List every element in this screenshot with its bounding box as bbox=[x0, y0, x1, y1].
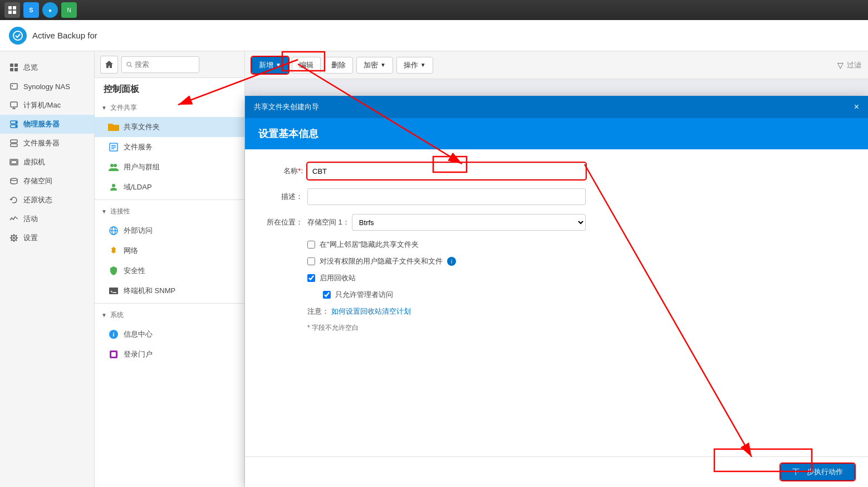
svg-rect-35 bbox=[109, 288, 118, 294]
sidebar-item-activity-label: 活动 bbox=[23, 214, 38, 224]
sidebar-item-activity[interactable]: 活动 bbox=[0, 210, 94, 228]
svg-rect-11 bbox=[11, 102, 17, 107]
storage-icon bbox=[9, 176, 19, 186]
add-button[interactable]: 新增 ▼ bbox=[252, 57, 288, 74]
cp-home-button[interactable] bbox=[100, 56, 118, 74]
nav-item-info-center[interactable]: i 信息中心 bbox=[95, 324, 244, 344]
server-icon bbox=[9, 119, 19, 129]
cp-search-input[interactable] bbox=[135, 60, 194, 69]
notice-prefix: 注意： bbox=[307, 307, 329, 315]
sidebar-item-server-label: 物理服务器 bbox=[23, 119, 60, 129]
filter-icon: ▽ bbox=[837, 61, 844, 70]
cp-search-box[interactable] bbox=[121, 56, 199, 73]
nav-item-security[interactable]: 安全性 bbox=[95, 261, 244, 281]
next-button-label: 下一步执行动作 bbox=[792, 467, 843, 476]
add-button-caret: ▼ bbox=[276, 62, 281, 68]
storage-select[interactable]: Btrfs bbox=[352, 214, 586, 231]
notice-link[interactable]: 如何设置回收站清空计划 bbox=[331, 307, 411, 315]
info-center-icon: i bbox=[108, 329, 119, 340]
section-system-label: 系统 bbox=[110, 310, 124, 320]
nav-item-network-label: 网络 bbox=[124, 246, 138, 256]
info-icon[interactable]: i bbox=[447, 257, 456, 266]
sidebar-item-restore[interactable]: 还原状态 bbox=[0, 191, 94, 210]
content-area: 共享文件夹创建向导 × 设置基本信息 bbox=[245, 79, 868, 487]
encrypt-button-label: 加密 bbox=[364, 60, 378, 70]
encrypt-caret: ▼ bbox=[380, 62, 386, 68]
app-title: Active Backup for bbox=[32, 31, 97, 40]
operations-button[interactable]: 操作 ▼ bbox=[396, 57, 433, 74]
admin-only-checkbox[interactable] bbox=[323, 291, 331, 299]
edit-button[interactable]: 编辑 bbox=[292, 57, 321, 74]
nav-item-file-service[interactable]: 文件服务 bbox=[95, 137, 244, 157]
svg-rect-6 bbox=[14, 64, 18, 67]
section-connectivity[interactable]: ▼ 连接性 bbox=[95, 202, 244, 221]
location-label: 所在位置： bbox=[258, 217, 303, 227]
checkbox-row-hide-neighbor: 在"网上邻居"隐藏此共享文件夹 bbox=[258, 240, 855, 250]
terminal-icon bbox=[108, 285, 119, 296]
section-arrow-down: ▼ bbox=[101, 105, 107, 111]
sidebar-item-settings[interactable]: 设置 bbox=[0, 228, 94, 247]
taskbar-synology-icon[interactable]: S bbox=[23, 2, 39, 18]
hide-neighbor-checkbox[interactable] bbox=[307, 241, 315, 249]
nav-item-terminal-label: 终端机和 SNMP bbox=[124, 286, 175, 296]
dialog-close-button[interactable]: × bbox=[854, 102, 859, 112]
cp-toolbar bbox=[95, 51, 244, 78]
admin-only-label: 只允许管理者访问 bbox=[335, 290, 393, 300]
nav-item-domain[interactable]: 域/LDAP bbox=[95, 177, 244, 197]
delete-button-label: 删除 bbox=[331, 60, 346, 70]
nav-item-shared-folder[interactable]: 共享文件夹 bbox=[95, 117, 244, 137]
desc-input[interactable] bbox=[307, 188, 586, 205]
sidebar-item-vm-label: 虚拟机 bbox=[23, 157, 45, 167]
sidebar-item-synology-nas[interactable]: Synology NAS bbox=[0, 77, 94, 96]
name-input[interactable] bbox=[307, 163, 586, 179]
nav-item-external-access[interactable]: 外部访问 bbox=[95, 221, 244, 241]
sidebar-item-nas-label: Synology NAS bbox=[23, 82, 70, 91]
form-row-location: 所在位置： 存储空间 1： Btrfs bbox=[258, 214, 855, 231]
sidebar-item-file-server[interactable]: 文件服务器 bbox=[0, 134, 94, 153]
section-file-sharing[interactable]: ▼ 文件共享 bbox=[95, 99, 244, 117]
main-toolbar: 新增 ▼ 编辑 删除 加密 ▼ bbox=[245, 51, 868, 79]
svg-rect-7 bbox=[10, 68, 13, 71]
sidebar-item-computer[interactable]: 计算机/Mac bbox=[0, 96, 94, 115]
svg-rect-8 bbox=[14, 68, 18, 71]
svg-rect-0 bbox=[8, 6, 12, 9]
svg-point-31 bbox=[112, 184, 115, 187]
next-button[interactable]: 下一步执行动作 bbox=[781, 464, 855, 480]
create-folder-dialog: 共享文件夹创建向导 × 设置基本信息 bbox=[245, 96, 868, 487]
recycle-checkbox[interactable] bbox=[307, 274, 315, 282]
sidebar-item-vm[interactable]: 虚拟机 bbox=[0, 153, 94, 172]
svg-point-29 bbox=[110, 164, 114, 167]
external-access-icon bbox=[108, 225, 119, 236]
nav-item-domain-label: 域/LDAP bbox=[124, 182, 152, 192]
svg-rect-18 bbox=[11, 140, 17, 143]
name-label: 名称*: bbox=[258, 166, 303, 176]
main-layout: 总览 Synology NAS 计算机/Mac 物理服务器 bbox=[0, 51, 868, 487]
sidebar-item-overview[interactable]: 总览 bbox=[0, 58, 94, 77]
file-server-icon bbox=[9, 138, 19, 148]
sidebar-item-computer-label: 计算机/Mac bbox=[23, 100, 61, 110]
notice-row: 注意： 如何设置回收站清空计划 bbox=[258, 306, 855, 316]
taskbar-grid-icon[interactable] bbox=[4, 2, 20, 18]
nav-item-network[interactable]: 网络 bbox=[95, 241, 244, 261]
nav-item-terminal[interactable]: 终端机和 SNMP bbox=[95, 281, 244, 301]
desc-label: 描述： bbox=[258, 192, 303, 202]
sidebar-item-storage[interactable]: 存储空间 bbox=[0, 172, 94, 191]
section-arrow-sys: ▼ bbox=[101, 312, 107, 318]
dialog-header: 共享文件夹创建向导 × bbox=[245, 96, 868, 118]
nav-item-user-group-label: 用户与群组 bbox=[124, 162, 160, 172]
nav-item-login-portal[interactable]: 登录门户 bbox=[95, 344, 244, 364]
section-system[interactable]: ▼ 系统 bbox=[95, 306, 244, 324]
svg-point-4 bbox=[13, 31, 22, 40]
delete-button[interactable]: 删除 bbox=[324, 57, 353, 74]
svg-point-22 bbox=[11, 178, 17, 181]
sidebar-item-overview-label: 总览 bbox=[23, 62, 38, 72]
nav-item-user-group[interactable]: 用户与群组 bbox=[95, 157, 244, 177]
encrypt-button[interactable]: 加密 ▼ bbox=[356, 57, 393, 74]
taskbar-nas-icon[interactable]: N bbox=[61, 2, 77, 18]
user-group-icon bbox=[108, 162, 119, 173]
hide-files-checkbox[interactable] bbox=[307, 257, 315, 265]
location-select-wrapper: 存储空间 1： Btrfs bbox=[307, 214, 586, 231]
taskbar-active-backup-icon[interactable]: ● bbox=[42, 2, 58, 18]
sidebar-item-physical-server[interactable]: 物理服务器 bbox=[0, 115, 94, 134]
activity-icon bbox=[9, 214, 19, 224]
